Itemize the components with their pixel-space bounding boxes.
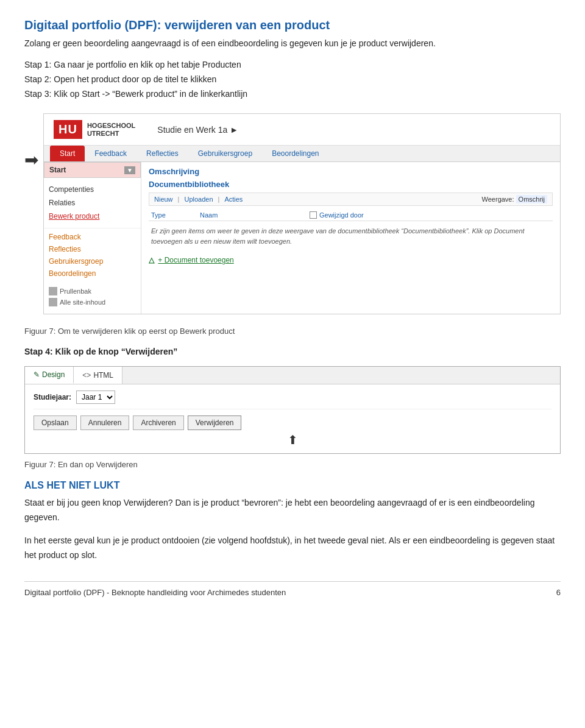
footer-page: 6 [556,588,561,597]
tab-feedback[interactable]: Feedback [85,146,136,161]
toolbar-acties-btn[interactable]: Acties [224,196,243,203]
sidebar-feedback[interactable]: Feedback [44,231,141,243]
screenshot1-container: ➡ HU HOGESCHOOL UTRECHT Studie en Werk 1… [24,113,561,320]
sidebar-bottom: Prullenbak Alle site-inhoud [44,282,141,314]
scr2-main: Studiejaar: Jaar 1 Opslaan Annuleren Arc… [25,384,560,453]
tab-beoordelingen[interactable]: Beoordelingen [262,146,328,161]
als-title: ALS HET NIET LUKT [24,480,561,491]
sidebar-prullenbak[interactable]: Prullenbak [49,287,136,295]
site-inhoud-icon [49,298,57,306]
toolbar-uploaden-btn[interactable]: Uploaden [184,196,213,203]
hu-sidebar: Start ▼ Competenties Relaties Bewerk pro… [44,162,141,314]
sidebar-relaties[interactable]: Relaties [44,196,141,210]
toolbar-sep1: | [178,196,180,203]
toolbar-nieuw-btn[interactable]: Nieuw [154,196,173,203]
footer: Digitaal portfolio (DPF) - Beknopte hand… [24,581,561,597]
studiejaar-row: Studiejaar: Jaar 1 [34,391,551,409]
hu-logo-icon: HU [54,120,82,139]
tab-gebruikersgroep[interactable]: Gebruikersgroep [188,146,262,161]
site-inhoud-label: Alle site-inhoud [60,299,105,306]
doclib-add-link[interactable]: △ + Document toevoegen [149,256,553,264]
checkbox-icon [310,211,317,219]
figure1-caption: Figuur 7: Om te verwijderen klik op eers… [24,327,561,336]
sidebar-section2: Feedback Reflecties Gebruikersgroep Beoo… [44,228,141,282]
doclib-empty-message: Er zijn geen items om weer te geven in d… [149,221,553,251]
doclib-table-header: Type Naam Gewijzigd door [149,210,553,221]
sidebar-start-label: Start [49,166,66,174]
screenshot1: HU HOGESCHOOL UTRECHT Studie en Werk 1a … [43,113,561,314]
footer-text: Digitaal portfolio (DPF) - Beknopte hand… [24,588,286,597]
sidebar-competenties[interactable]: Competenties [44,183,141,196]
action-buttons: Opslaan Annuleren Archiveren Verwijderen [34,415,551,430]
steps-intro: Stap 1: Ga naar je portfolio en klik op … [24,58,561,101]
hu-content: Start ▼ Competenties Relaties Bewerk pro… [44,162,560,314]
tab-reflecties[interactable]: Reflecties [136,146,188,161]
studiejaar-label: Studiejaar: [34,393,71,401]
col-type-header: Type [151,211,200,219]
opslaan-button[interactable]: Opslaan [34,415,77,430]
design-icon: ✎ [34,370,40,379]
archiveren-button[interactable]: Archiveren [133,415,183,430]
sidebar-beoordelingen[interactable]: Beoordelingen [44,267,141,280]
hu-logo-text: HOGESCHOOL UTRECHT [87,122,135,138]
sidebar-gebruikersgroep[interactable]: Gebruikersgroep [44,255,141,267]
sidebar-section1: Competenties Relaties Bewerk product [44,178,141,228]
prullenbak-label: Prullenbak [60,288,91,295]
html-label: HTML [93,371,113,380]
sidebar-start-active: Start ▼ [44,162,141,178]
hu-header: HU HOGESCHOOL UTRECHT Studie en Werk 1a … [44,114,560,146]
step1-text: Stap 1: Ga naar je portfolio en klik op … [24,58,561,72]
design-label: Design [42,370,65,379]
figure2-caption: Figuur 7: En dan op Verwijderen [24,460,561,469]
col-gewijzigd-header: Gewijzigd door [310,211,550,219]
screenshot2: ✎ Design <> HTML Studiejaar: Jaar 1 Opsl… [24,366,561,454]
cursor-arrow-indicator: ⬆ [34,433,551,447]
toolbar-sep2: | [218,196,220,203]
col-gewijzigd-label: Gewijzigd door [319,211,364,219]
html-icon: <> [82,371,91,380]
tab-html[interactable]: <> HTML [74,367,122,384]
sidebar-start-arrow[interactable]: ▼ [124,166,135,174]
col-name-header: Naam [200,211,310,219]
documentbibliotheek-title: Documentbibliotheek [149,180,553,189]
verwijderen-button[interactable]: Verwijderen [188,415,242,430]
add-document-label[interactable]: + Document toevoegen [158,256,233,264]
als-text2: In het eerste geval kun je je product on… [24,534,561,563]
weergave-label: Weergave: [482,196,514,203]
annuleren-button[interactable]: Annuleren [80,415,130,430]
tab-design[interactable]: ✎ Design [25,367,74,384]
step4-title: Stap 4: Klik op de knop “Verwijderen” [24,347,561,356]
hu-logo-line1: HOGESCHOOL [87,122,135,130]
plus-icon: △ [149,256,154,264]
hu-logo-line2: UTRECHT [87,130,135,138]
sidebar-bewerk-product[interactable]: Bewerk product [44,210,141,223]
hu-main-content: Omschrijving Documentbibliotheek Nieuw |… [141,162,560,314]
studiejaar-select[interactable]: Jaar 1 [76,391,115,404]
sidebar-reflecties[interactable]: Reflecties [44,243,141,255]
arrow-icon: ➡ [24,150,38,170]
step3-text: Stap 3: Klik op Start -> “Bewerk product… [24,87,561,102]
intro-text: Zolang er geen beoordeling aangevraagd i… [24,38,561,48]
sidebar-site-inhoud[interactable]: Alle site-inhoud [49,298,136,306]
doclib-toolbar: Nieuw | Uploaden | Acties Weergave: Omsc… [149,193,553,206]
tab-start[interactable]: Start [50,146,85,161]
step2-text: Stap 2: Open het product door op de tite… [24,72,561,87]
page-title: Digitaal portfolio (DPF): verwijderen va… [24,18,561,32]
prullenbak-icon [49,287,57,295]
omschrijving-title: Omschrijving [149,167,553,176]
hu-nav-title: Studie en Werk 1a ► [157,125,238,135]
hu-logo: HU HOGESCHOOL UTRECHT [54,120,135,139]
weergave-section: Weergave: Omschrij [482,196,547,203]
scr2-tabs: ✎ Design <> HTML [25,367,560,384]
als-text1: Staat er bij jou geen knop Verwijderen? … [24,496,561,525]
hu-tabs: Start Feedback Reflecties Gebruikersgroe… [44,146,560,162]
weergave-value: Omschrij [516,195,547,203]
